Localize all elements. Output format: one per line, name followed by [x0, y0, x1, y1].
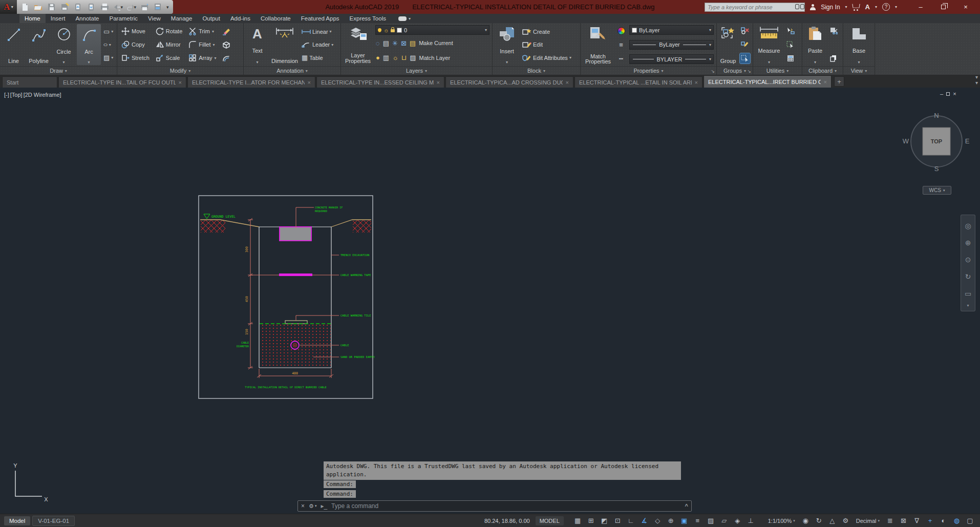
circle-caret-icon[interactable]: ▾: [62, 60, 65, 64]
edit-attributes-button[interactable]: Edit Attributes▾: [521, 51, 573, 64]
insert-caret-icon[interactable]: ▾: [506, 60, 508, 64]
clean-screen-icon[interactable]: ▢: [964, 516, 976, 525]
lineweight-dropdown[interactable]: ByLayer: [629, 40, 714, 50]
edit-block-button[interactable]: Edit: [521, 38, 573, 51]
tab-parametric[interactable]: Parametric: [104, 14, 143, 23]
file-tab-start[interactable]: Start: [2, 76, 57, 88]
isometric-drafting-icon[interactable]: ◇: [652, 516, 664, 525]
snap-mode-icon[interactable]: ⊞: [585, 516, 597, 525]
panel-label-properties[interactable]: Properties↘: [581, 66, 716, 75]
workspace-switching-icon[interactable]: ⚙: [840, 516, 851, 525]
measure-caret-icon[interactable]: ▾: [768, 60, 770, 64]
stretch-button[interactable]: Stretch: [119, 51, 152, 65]
coordinates-readout[interactable]: 80.24, 18.86, 0.00: [480, 518, 534, 524]
viewcube-east[interactable]: E: [965, 137, 970, 145]
copy-clip-icon[interactable]: [828, 53, 839, 64]
tab-output[interactable]: Output: [197, 14, 225, 23]
file-tab-soil-area[interactable]: ELECTRICAL-TYPICAL ...ETAIL IN SOIL AREA…: [574, 76, 702, 88]
new-file-button[interactable]: [20, 2, 30, 12]
file-tab-fcu-outlet[interactable]: ELECTRICAL-TYPE IN...TAIL OF FCU OUTLET×: [58, 76, 186, 88]
object-snap-tracking-icon[interactable]: ⊕: [665, 516, 677, 525]
tab-close-icon[interactable]: ×: [695, 79, 698, 86]
ungroup-icon[interactable]: [740, 26, 750, 36]
autodesk-app-store-icon[interactable]: A: [865, 3, 870, 11]
viewcube-west[interactable]: W: [903, 137, 909, 145]
redo-caret-icon[interactable]: ▾: [134, 5, 136, 10]
file-tab-direct-buried-active[interactable]: ELECTRICAL-TYPICAL...IRECT BURRIED CAB×: [704, 75, 832, 88]
viewcube[interactable]: N S E W TOP: [899, 107, 975, 179]
tab-close-icon[interactable]: ×: [179, 79, 182, 86]
line-button[interactable]: Line: [2, 24, 26, 65]
layout-tab-v01[interactable]: V-01-EG-01: [32, 516, 75, 526]
annotation-monitor-icon[interactable]: △: [826, 516, 838, 525]
linetype-list-icon[interactable]: ┅: [616, 53, 626, 64]
text-caret-icon[interactable]: ▾: [256, 60, 258, 64]
save-to-web-mobile-button[interactable]: [87, 2, 96, 12]
hatch-button[interactable]: ▨▾: [102, 51, 115, 64]
paste-caret-icon[interactable]: ▾: [814, 60, 816, 64]
help-caret-icon[interactable]: ▾: [895, 5, 897, 9]
lineweight-icon[interactable]: ≡: [692, 516, 704, 525]
base-caret-icon[interactable]: ▾: [858, 60, 860, 64]
save-as-button[interactable]: [60, 2, 70, 12]
group-edit-icon[interactable]: [740, 39, 750, 50]
quick-properties-icon[interactable]: ≣: [884, 516, 896, 525]
properties-dialog-launcher-icon[interactable]: ↘: [711, 69, 715, 74]
dimension-button[interactable]: Dimension: [270, 24, 299, 65]
rotate-button[interactable]: Rotate: [153, 25, 185, 38]
drawing-viewport[interactable]: GROUND LEVEL CONCRETE MARKER IF REQUIRED…: [0, 88, 980, 514]
viewport-view-button[interactable]: [Top]: [10, 92, 23, 98]
command-history-toggle-icon[interactable]: ^: [685, 503, 688, 509]
create-block-button[interactable]: Create: [521, 25, 573, 38]
tab-close-icon[interactable]: ×: [824, 79, 827, 85]
tab-close-icon[interactable]: ×: [308, 79, 311, 86]
layer-properties-button[interactable]: Layer Properties: [343, 24, 373, 65]
file-tab-ceiling[interactable]: ELECTRICAL-TYPE IN...ESSED CEILING MOU×: [316, 76, 444, 88]
batch-plot-button[interactable]: [140, 2, 150, 12]
selection-filtering-icon[interactable]: ∇: [911, 516, 923, 525]
lock-ui-icon[interactable]: ⊠: [898, 516, 909, 525]
search-icon[interactable]: [795, 4, 804, 11]
redo-button[interactable]: ▾: [126, 2, 136, 12]
layer-isolate-icon[interactable]: ▤: [383, 40, 389, 47]
group-button[interactable]: Group: [718, 24, 738, 65]
navigation-wheel-icon[interactable]: ◎: [961, 217, 975, 234]
linetype-dropdown[interactable]: BYLAYER: [629, 54, 714, 64]
make-current-button[interactable]: Make Current: [419, 40, 453, 46]
tab-close-icon[interactable]: ×: [437, 79, 440, 86]
doc-close-button[interactable]: ×: [953, 91, 956, 97]
undo-caret-icon[interactable]: ▾: [120, 5, 123, 10]
quick-select-icon[interactable]: [785, 26, 796, 36]
grid-icon[interactable]: ▦: [572, 516, 584, 525]
panel-label-clipboard[interactable]: Clipboard: [802, 66, 843, 75]
ellipse-button[interactable]: ○▾: [102, 38, 115, 51]
select-similar-icon[interactable]: [785, 39, 796, 50]
pan-icon[interactable]: ⊕: [961, 234, 975, 251]
move-button[interactable]: Move: [119, 25, 152, 38]
plot-button[interactable]: [100, 2, 110, 12]
panel-label-draw[interactable]: Draw: [0, 66, 117, 75]
tab-overflow-icon[interactable]: ▾▾: [975, 74, 977, 86]
arc-caret-icon[interactable]: ▾: [88, 60, 90, 64]
tab-close-icon[interactable]: ×: [566, 79, 569, 86]
linear-caret-icon[interactable]: ▾: [330, 29, 332, 34]
search-box[interactable]: [705, 3, 805, 12]
trim-caret-icon[interactable]: ▾: [212, 29, 214, 34]
insert-button[interactable]: Insert ▾: [494, 24, 520, 65]
panel-label-groups[interactable]: Groups↘: [717, 66, 753, 75]
new-drawing-tab-button[interactable]: +: [834, 76, 844, 87]
panel-label-modify[interactable]: Modify: [117, 66, 243, 75]
paste-button[interactable]: Paste ▾: [804, 24, 826, 65]
layer-unisolate-icon[interactable]: ▥: [383, 54, 389, 61]
command-input[interactable]: [331, 502, 680, 510]
polyline-button[interactable]: Polyline: [27, 24, 51, 65]
graphics-performance-icon[interactable]: ◍: [951, 516, 963, 525]
layer-lock-icon[interactable]: ⊠: [401, 40, 407, 47]
text-button[interactable]: A Text ▾: [245, 24, 269, 65]
quick-calc-icon[interactable]: [785, 53, 796, 64]
app-store-caret-icon[interactable]: ▾: [875, 5, 877, 9]
wcs-dropdown[interactable]: WCS: [923, 186, 951, 195]
tab-featured-apps[interactable]: Featured Apps: [296, 14, 345, 23]
dynamic-input-icon[interactable]: ⊡: [612, 516, 624, 525]
layer-freeze-icon[interactable]: ✳: [392, 40, 398, 47]
